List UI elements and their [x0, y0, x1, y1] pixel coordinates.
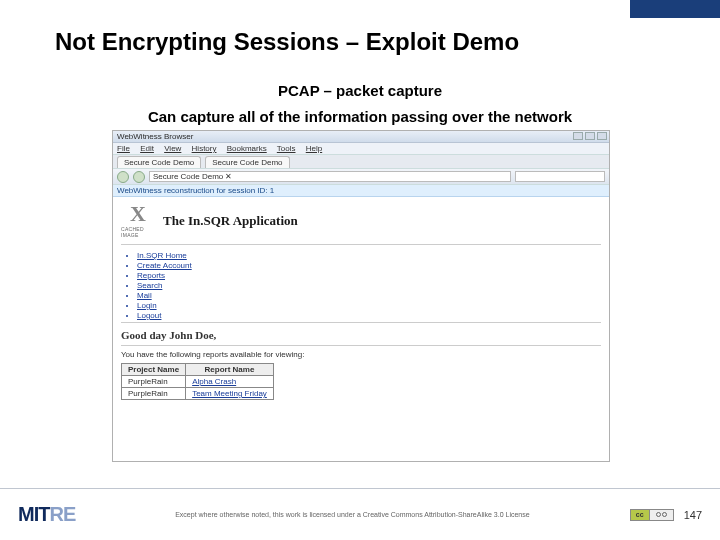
- close-button[interactable]: [597, 132, 607, 140]
- divider: [121, 322, 601, 323]
- nav-link-logout[interactable]: Logout: [137, 311, 609, 320]
- table-row: PurpleRain Alpha Crash: [122, 376, 274, 388]
- col-report: Report Name: [186, 364, 274, 376]
- divider: [121, 244, 601, 245]
- nav-link-search[interactable]: Search: [137, 281, 609, 290]
- toolbar: Secure Code Demo ✕: [113, 169, 609, 185]
- slide-footer: MITRE Except where otherwise noted, this…: [0, 488, 720, 540]
- menu-view[interactable]: View: [164, 144, 181, 153]
- report-link[interactable]: Team Meeting Friday: [192, 389, 267, 398]
- session-banner: WebWitness reconstruction for session ID…: [113, 185, 609, 197]
- reports-intro: You have the following reports available…: [121, 350, 601, 359]
- browser-window: WebWitness Browser File Edit View Histor…: [112, 130, 610, 462]
- menu-tools[interactable]: Tools: [277, 144, 296, 153]
- cell-report: Alpha Crash: [186, 376, 274, 388]
- menu-bookmarks[interactable]: Bookmarks: [227, 144, 267, 153]
- search-box[interactable]: [515, 171, 605, 182]
- cell-project: PurpleRain: [122, 388, 186, 400]
- menu-edit[interactable]: Edit: [140, 144, 154, 153]
- divider: [121, 345, 601, 346]
- browser-viewport: WebWitness reconstruction for session ID…: [113, 185, 609, 461]
- back-button[interactable]: [117, 171, 129, 183]
- table-header-row: Project Name Report Name: [122, 364, 274, 376]
- cached-x-icon: X: [130, 203, 146, 225]
- app-title: The In.SQR Application: [163, 213, 298, 229]
- forward-button[interactable]: [133, 171, 145, 183]
- menu-file[interactable]: File: [117, 144, 130, 153]
- app-nav-list: In.SQR Home Create Account Reports Searc…: [137, 251, 609, 320]
- cc-sa-icon: [662, 512, 667, 517]
- greeting-text: Good day John Doe,: [121, 329, 601, 341]
- cached-image-logo: X CACHED IMAGE: [121, 203, 155, 238]
- slide-title: Not Encrypting Sessions – Exploit Demo: [55, 28, 519, 56]
- nav-link-create-account[interactable]: Create Account: [137, 261, 609, 270]
- cc-left: cc: [630, 509, 650, 521]
- col-project: Project Name: [122, 364, 186, 376]
- cc-right: [650, 509, 674, 521]
- subtitle-2: Can capture all of the information passi…: [0, 108, 720, 125]
- reports-table: Project Name Report Name PurpleRain Alph…: [121, 363, 274, 400]
- subtitle-1: PCAP – packet capture: [0, 82, 720, 99]
- cell-report: Team Meeting Friday: [186, 388, 274, 400]
- nav-link-login[interactable]: Login: [137, 301, 609, 310]
- cc-badge: cc: [630, 509, 674, 521]
- window-title: WebWitness Browser: [117, 132, 193, 141]
- page-number: 147: [684, 509, 702, 521]
- maximize-button[interactable]: [585, 132, 595, 140]
- cell-project: PurpleRain: [122, 376, 186, 388]
- logo-main: MIT: [18, 503, 49, 525]
- cached-image-label: CACHED IMAGE: [121, 226, 155, 238]
- cc-by-icon: [656, 512, 661, 517]
- address-bar[interactable]: Secure Code Demo ✕: [149, 171, 511, 182]
- tab-1[interactable]: Secure Code Demo: [117, 156, 201, 168]
- app-header: X CACHED IMAGE The In.SQR Application: [113, 197, 609, 244]
- nav-link-mail[interactable]: Mail: [137, 291, 609, 300]
- table-row: PurpleRain Team Meeting Friday: [122, 388, 274, 400]
- mitre-logo: MITRE: [18, 503, 75, 526]
- report-link[interactable]: Alpha Crash: [192, 377, 236, 386]
- menu-history[interactable]: History: [192, 144, 217, 153]
- window-titlebar: WebWitness Browser: [113, 131, 609, 143]
- menu-bar: File Edit View History Bookmarks Tools H…: [113, 143, 609, 155]
- nav-link-home[interactable]: In.SQR Home: [137, 251, 609, 260]
- nav-link-reports[interactable]: Reports: [137, 271, 609, 280]
- menu-help[interactable]: Help: [306, 144, 322, 153]
- license-text: Except where otherwise noted, this work …: [85, 511, 619, 518]
- accent-bar: [630, 0, 720, 18]
- minimize-button[interactable]: [573, 132, 583, 140]
- logo-fade: RE: [49, 503, 75, 525]
- tab-2[interactable]: Secure Code Demo: [205, 156, 289, 168]
- tab-strip: Secure Code Demo Secure Code Demo: [113, 155, 609, 169]
